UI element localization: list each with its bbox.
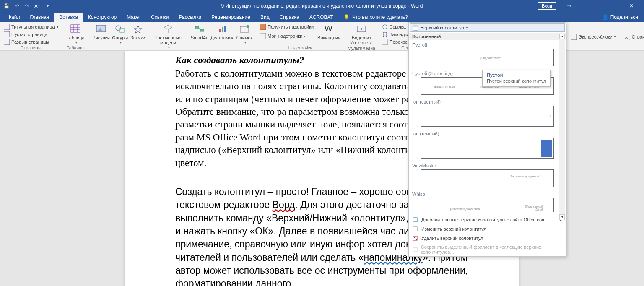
- my-addins-button[interactable]: Мои надстройки▾: [259, 32, 315, 40]
- gallery-item-ion-dark[interactable]: Ion (темный): [409, 129, 566, 159]
- group-addins-label: Надстройки: [259, 46, 342, 51]
- cover-page-button[interactable]: Титульная страница▾: [3, 23, 60, 31]
- cover-page-label: Титульная страница: [11, 24, 55, 29]
- undo-icon[interactable]: ↶: [13, 3, 20, 9]
- 3dmodels-button[interactable]: Трехмерные модели: [147, 23, 189, 51]
- gallery-item-label: ViewMaster: [412, 162, 562, 169]
- ribbon-tabs: Файл Главная Вставка Конструктор Макет С…: [0, 12, 644, 22]
- edit-header-button[interactable]: Изменить верхний колонтитул: [409, 224, 566, 234]
- maximize-button[interactable]: ◻: [602, 0, 619, 12]
- tab-acrobat[interactable]: ACROBAT: [304, 13, 338, 22]
- tooltip-title: Пустой: [487, 73, 546, 78]
- svg-rect-3: [71, 25, 80, 32]
- gallery-item-ion-light[interactable]: Ion (светлый) 1: [409, 97, 566, 127]
- tab-file[interactable]: Файл: [3, 13, 25, 22]
- tell-me-label: Что вы хотите сделать?: [352, 14, 408, 20]
- gallery-item-empty[interactable]: Пустой [Введите текст]: [409, 40, 566, 66]
- tab-insert[interactable]: Вставка: [54, 13, 83, 22]
- remove-header-label: Удалить верхний колонтитул: [421, 236, 483, 241]
- wikipedia-label: Википедия: [317, 35, 340, 40]
- redo-icon[interactable]: ↷: [23, 3, 30, 9]
- bulb-icon: 💡: [343, 14, 350, 20]
- tab-references[interactable]: Ссылки: [146, 13, 174, 22]
- tab-mailings[interactable]: Рассылки: [174, 13, 206, 22]
- svg-rect-18: [219, 29, 221, 32]
- remove-header-button[interactable]: Удалить верхний колонтитул: [409, 234, 566, 243]
- tab-layout[interactable]: Макет: [122, 13, 146, 22]
- share-button[interactable]: 👤 Поделиться: [596, 13, 644, 22]
- icons-button[interactable]: Значки: [130, 23, 146, 41]
- smartart-label: SmartArt: [191, 35, 209, 40]
- document-title: 9 Инструкция по созданию, редактированию…: [221, 3, 423, 9]
- builtin-heading: Встроенный: [409, 33, 566, 40]
- gallery-scrollbar[interactable]: ▴▾: [559, 34, 565, 220]
- online-video-label: Видео из Интернета: [349, 35, 374, 45]
- tab-view[interactable]: Вид: [255, 13, 275, 22]
- svg-marker-12: [134, 25, 142, 33]
- pictures-label: Рисунки: [92, 35, 110, 40]
- screenshot-button[interactable]: Снимок: [236, 23, 253, 46]
- smartart-button[interactable]: SmartArt: [190, 23, 209, 41]
- more-headers-button[interactable]: Дополнительные верхние колонтитулы с сай…: [409, 215, 566, 224]
- tell-me[interactable]: 💡 Что вы хотите сделать?: [338, 13, 413, 22]
- close-button[interactable]: ✕: [623, 0, 640, 12]
- signature-line-label: Строка подписи: [632, 34, 644, 39]
- shapes-label: Фигуры: [112, 35, 128, 40]
- quick-parts-button[interactable]: Экспресс-блоки▾: [570, 33, 617, 41]
- svg-rect-23: [260, 24, 266, 30]
- group-illustrations: Рисунки Фигуры Значки Трехмерные модели …: [89, 22, 257, 51]
- my-addins-label: Мои надстройки: [267, 34, 302, 39]
- header-dropdown-button[interactable]: Верхний колонтитул▾: [410, 23, 565, 32]
- group-tables: Таблица Таблицы: [62, 22, 89, 51]
- svg-point-28: [383, 25, 387, 29]
- chart-button[interactable]: Диаграмма: [210, 23, 235, 41]
- svg-rect-41: [413, 247, 417, 252]
- pictures-button[interactable]: Рисунки: [92, 23, 111, 41]
- screenshot-label: Снимок: [236, 35, 253, 40]
- svg-rect-0: [4, 24, 10, 30]
- more-headers-label: Дополнительные верхние колонтитулы с сай…: [421, 217, 545, 222]
- tab-home[interactable]: Главная: [25, 13, 55, 22]
- tooltip-desc: Пустой верхний колонтитул: [487, 78, 546, 83]
- gallery-item-viewmaster[interactable]: ViewMaster [Заголовок документа]: [409, 161, 566, 187]
- tab-design[interactable]: Конструктор: [83, 13, 122, 22]
- minimize-button[interactable]: —: [581, 0, 598, 12]
- svg-marker-27: [361, 28, 363, 30]
- login-button[interactable]: Вход: [538, 2, 556, 10]
- save-icon[interactable]: 💾: [3, 3, 10, 9]
- share-icon: 👤: [602, 14, 608, 20]
- shapes-button[interactable]: Фигуры: [111, 23, 128, 46]
- tab-help[interactable]: Справка: [275, 13, 304, 22]
- svg-rect-24: [260, 33, 266, 39]
- link-label: Ссылка: [390, 24, 406, 29]
- page-break-button[interactable]: Разрыв страницы: [3, 38, 60, 46]
- online-video-button[interactable]: Видео из Интернета: [348, 23, 375, 46]
- gallery-item-label: Whisp: [412, 191, 562, 198]
- svg-rect-38: [413, 227, 417, 231]
- tab-review[interactable]: Рецензирование: [206, 13, 255, 22]
- blank-page-button[interactable]: Пустая страница: [3, 31, 60, 38]
- svg-line-40: [413, 236, 417, 240]
- title-bar: 💾 ↶ ↷ Aᵃ 9 Инструкция по созданию, редак…: [0, 0, 644, 12]
- signature-line-button[interactable]: Строка подписи▾: [623, 33, 644, 41]
- group-media: Видео из Интернета Мультимедиа: [345, 22, 378, 51]
- svg-rect-30: [382, 39, 388, 45]
- svg-marker-13: [164, 25, 172, 29]
- gallery-item-label: Пустой: [412, 42, 562, 49]
- group-pages-label: Страницы: [3, 46, 60, 51]
- chart-label: Диаграмма: [210, 35, 234, 40]
- get-addins-label: Получить надстройки: [267, 24, 314, 29]
- qat-customize-icon[interactable]: [44, 3, 50, 9]
- ribbon-options-icon[interactable]: ▭: [560, 0, 577, 12]
- touch-mode-icon[interactable]: Aᵃ: [34, 3, 40, 9]
- save-selection-label: Сохранить выделенный фрагмент в коллекци…: [421, 244, 562, 255]
- gallery-item-whisp[interactable]: Whisp [Заголовок документа] [Имя автора]…: [409, 190, 566, 212]
- svg-rect-32: [571, 34, 577, 40]
- gallery-item-label: Ion (светлый): [412, 99, 562, 106]
- table-button[interactable]: Таблица: [65, 23, 86, 46]
- get-addins-button[interactable]: Получить надстройки: [259, 23, 315, 31]
- gallery-item-label: Ion (темный): [412, 130, 562, 138]
- wikipedia-button[interactable]: WВикипедия: [316, 23, 342, 41]
- blank-page-label: Пустая страница: [11, 32, 47, 37]
- svg-rect-15: [195, 26, 199, 29]
